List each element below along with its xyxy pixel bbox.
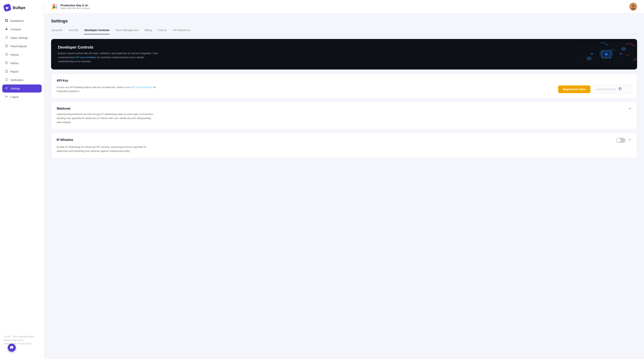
hero-text: Developer Controls Explore robust contro… (58, 45, 158, 63)
super-savings-label: Super Savings (10, 36, 28, 39)
api-key-row: Regenerate Token XXXXXXXXXX (558, 85, 632, 94)
report-label: Report (10, 70, 18, 73)
api-key-value: XXXXXXXXXX (596, 88, 616, 91)
settings-label: Settings (10, 87, 20, 90)
tab-chat-ai[interactable]: Chat AI (158, 27, 167, 34)
sidebar-logo: ▶ Bulkpe (0, 0, 44, 15)
logout-icon (5, 95, 8, 99)
hero-banner: Developer Controls Explore robust contro… (51, 39, 637, 70)
svg-rect-39 (587, 57, 591, 60)
ip-whitelist-card: IP Whitelist Enable IP whitelisting for … (51, 133, 637, 158)
api-key-body: Access our API Banking feature with the … (57, 85, 632, 94)
webhook-description: Implementing webhook security through IP… (57, 112, 156, 124)
fixed-deposit-icon (5, 44, 8, 48)
super-savings-icon (5, 36, 8, 40)
api-key-input-wrapper: XXXXXXXXXX (593, 85, 632, 94)
history-label: History (10, 62, 19, 65)
header-greeting: 🎉 Productive Day it is! Make work feel l… (51, 4, 90, 10)
svg-rect-6 (6, 45, 8, 47)
merchant-agreement-link[interactable]: Merchant Agreement (4, 339, 24, 341)
fixed-deposit-label: Fixed Deposit (10, 45, 27, 48)
svg-rect-3 (7, 21, 8, 22)
contacts-label: Contacts (10, 28, 21, 31)
svg-rect-43 (620, 88, 621, 90)
main-content: 🎉 Productive Day it is! Make work feel l… (44, 0, 644, 359)
hero-api-doc-link[interactable]: API documentation (76, 56, 96, 59)
svg-rect-1 (7, 19, 8, 20)
sidebar-item-contacts[interactable]: Contacts (2, 25, 42, 34)
sidebar-nav: Dashboard Contacts Super Savings Fixed D… (0, 15, 44, 332)
tab-api-reference[interactable]: API Reference (172, 27, 191, 34)
ip-whitelist-description: Enable IP whitelisting for enhanced API … (57, 145, 156, 153)
greeting-title: Productive Day it is! (60, 4, 90, 7)
hero-visual: < > (576, 39, 637, 70)
svg-text:>: > (620, 52, 622, 56)
ip-whitelist-toggle[interactable] (616, 138, 626, 143)
logo-text: Bulkpe (13, 6, 26, 10)
sidebar-item-logout[interactable]: Logout (2, 93, 42, 101)
sidebar-item-settings[interactable]: Settings (2, 84, 42, 92)
hero-title: Developer Controls (58, 45, 158, 50)
sidebar-item-payout[interactable]: Payout (2, 51, 42, 59)
page-title: Settings (51, 18, 637, 24)
webhook-title: Webhook (57, 107, 156, 110)
webhook-chevron-icon[interactable] (628, 107, 632, 111)
ip-whitelist-header: IP Whitelist (57, 138, 632, 143)
sidebar: ▶ Bulkpe ‹ Dashboard Contacts Super Savi… (0, 0, 44, 359)
verification-label: Verification (10, 78, 24, 82)
payout-icon (5, 53, 8, 57)
copyright-text: © 2021 - 2024 Copyright Bulkpe (4, 335, 40, 338)
svg-point-12 (632, 4, 634, 7)
sidebar-collapse-button[interactable]: ‹ (42, 5, 47, 10)
logout-label: Logout (10, 96, 18, 98)
svg-rect-40 (622, 48, 626, 50)
hero-description: Explore robust controls like API keys, w… (58, 52, 158, 63)
svg-point-5 (6, 36, 8, 38)
report-icon (5, 70, 8, 74)
regenerate-token-button[interactable]: Regenerate Token (558, 86, 590, 93)
dashboard-label: Dashboard (10, 20, 24, 22)
chat-bubble-button[interactable] (8, 344, 16, 352)
header: 🎉 Productive Day it is! Make work feel l… (44, 0, 644, 13)
api-doc-link[interactable]: API Documentation (131, 86, 152, 89)
webhook-card: Webhook Implementing webhook security th… (51, 102, 637, 130)
sidebar-footer: © 2021 - 2024 Copyright Bulkpe Merchant … (0, 332, 44, 346)
toggle-slider (616, 138, 626, 143)
tab-security[interactable]: Security (68, 27, 79, 34)
sidebar-item-report[interactable]: Report (2, 68, 42, 76)
greeting-icon: 🎉 (51, 4, 58, 10)
avatar[interactable] (630, 3, 637, 10)
content-area: Settings Accounts Security Developer Con… (44, 13, 644, 359)
sidebar-item-verification[interactable]: Verification (2, 76, 42, 84)
sidebar-item-dashboard[interactable]: Dashboard (2, 17, 42, 25)
tab-team-management[interactable]: Team Management (115, 27, 139, 34)
svg-point-42 (606, 54, 607, 55)
settings-tabs: Accounts Security Developer Controls Tea… (51, 27, 637, 34)
tab-accounts[interactable]: Accounts (51, 27, 63, 34)
privacy-link[interactable]: Privacy Policy (18, 342, 31, 345)
logo-icon: ▶ (3, 4, 12, 12)
settings-icon (5, 86, 8, 90)
dashboard-icon (5, 19, 8, 23)
contacts-icon (5, 28, 8, 31)
sidebar-item-history[interactable]: History (2, 59, 42, 67)
tab-developer-controls[interactable]: Developer Controls (84, 27, 110, 34)
ip-whitelist-chevron-icon[interactable] (628, 138, 632, 142)
api-key-description: Access our API Banking feature with the … (57, 86, 156, 94)
api-key-title: API Key (57, 79, 632, 82)
svg-rect-0 (5, 19, 6, 20)
sidebar-item-super-savings[interactable]: Super Savings (2, 34, 42, 42)
svg-point-10 (6, 88, 7, 89)
webhook-header: Webhook Implementing webhook security th… (57, 107, 632, 124)
ip-whitelist-title: IP Whitelist (57, 138, 73, 142)
greeting-sub: Make work feel like a breeze. (60, 7, 90, 10)
verification-icon (5, 78, 8, 82)
svg-rect-2 (5, 21, 6, 22)
sidebar-item-fixed-deposit[interactable]: Fixed Deposit (2, 42, 42, 50)
tab-billing[interactable]: Billing (144, 27, 152, 34)
api-key-card: API Key Access our API Banking feature w… (51, 74, 637, 99)
svg-text:<: < (591, 52, 593, 56)
copy-icon[interactable] (618, 87, 622, 92)
history-icon (5, 61, 8, 65)
payout-label: Payout (10, 53, 19, 56)
